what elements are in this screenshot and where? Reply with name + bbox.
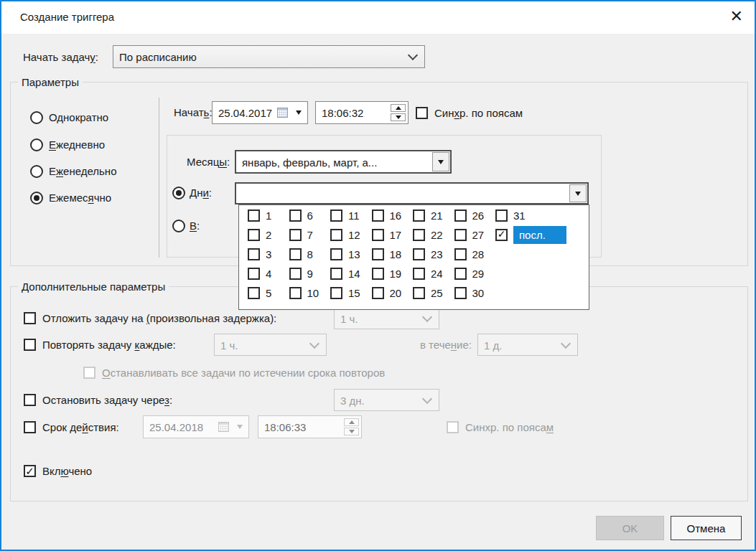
day-label[interactable]: 26: [472, 209, 485, 222]
day-option[interactable]: 4: [248, 268, 289, 280]
day-option[interactable]: 22: [413, 229, 454, 241]
day-label[interactable]: 13: [348, 248, 360, 260]
day-checkbox[interactable]: [289, 209, 302, 222]
day-label[interactable]: 9: [307, 268, 313, 280]
day-option[interactable]: 27: [454, 229, 496, 241]
day-label[interactable]: 18: [390, 248, 402, 260]
day-label[interactable]: 30: [472, 287, 485, 299]
day-option[interactable]: 2: [248, 229, 289, 241]
day-checkbox[interactable]: [454, 287, 467, 299]
day-option[interactable]: 12: [330, 229, 372, 241]
begin-task-select[interactable]: По расписанию: [113, 45, 425, 68]
day-label[interactable]: 24: [431, 268, 443, 280]
day-option[interactable]: 6: [289, 209, 331, 222]
day-label[interactable]: 8: [307, 248, 313, 260]
day-label[interactable]: 31: [513, 209, 526, 222]
day-label[interactable]: 17: [390, 229, 402, 241]
day-label[interactable]: 11: [348, 209, 360, 222]
day-checkbox[interactable]: [330, 209, 342, 222]
day-checkbox[interactable]: [372, 229, 384, 241]
day-option[interactable]: 18: [372, 248, 414, 260]
days-label[interactable]: Дни:: [190, 187, 212, 199]
day-checkbox[interactable]: [454, 209, 467, 222]
delay-label[interactable]: Отложить задачу на (произвольная задержк…: [42, 312, 276, 325]
day-label[interactable]: 21: [431, 209, 443, 222]
day-checkbox[interactable]: [454, 248, 467, 260]
radio-weekly-label[interactable]: Еженедельно: [49, 165, 117, 178]
day-option[interactable]: 11: [330, 209, 372, 222]
day-option[interactable]: 25: [413, 287, 454, 299]
radio-once[interactable]: [30, 111, 43, 124]
day-label[interactable]: 5: [266, 287, 271, 299]
day-checkbox[interactable]: [413, 229, 425, 241]
radio-once-label[interactable]: Однократно: [49, 111, 108, 124]
on-weekday-label[interactable]: В:: [190, 220, 200, 232]
day-label[interactable]: 19: [390, 268, 402, 280]
day-label[interactable]: посл.: [513, 226, 566, 244]
day-option[interactable]: посл.: [495, 229, 566, 241]
day-label[interactable]: 6: [307, 209, 313, 222]
day-checkbox[interactable]: [454, 268, 467, 280]
radio-monthly[interactable]: [30, 192, 43, 204]
spin-up-icon[interactable]: [391, 104, 406, 112]
day-checkbox[interactable]: [289, 268, 302, 280]
day-option[interactable]: 9: [289, 268, 331, 280]
day-option[interactable]: 16: [372, 209, 414, 222]
stop-after-checkbox[interactable]: [24, 394, 36, 406]
day-checkbox[interactable]: [248, 229, 260, 241]
enabled-label[interactable]: Включено: [42, 465, 92, 478]
delay-checkbox[interactable]: [24, 312, 36, 324]
day-option[interactable]: 26: [454, 209, 496, 222]
day-label[interactable]: 28: [472, 248, 485, 260]
day-option[interactable]: 13: [330, 248, 372, 260]
day-option[interactable]: 24: [413, 268, 454, 280]
day-checkbox[interactable]: [372, 248, 384, 260]
day-label[interactable]: 3: [266, 248, 271, 260]
day-checkbox[interactable]: [413, 209, 425, 222]
day-option[interactable]: 14: [330, 268, 372, 280]
day-checkbox[interactable]: [454, 229, 467, 241]
day-option[interactable]: 21: [413, 209, 454, 222]
day-checkbox[interactable]: [248, 209, 260, 222]
radio-days[interactable]: [172, 187, 185, 199]
close-icon[interactable]: ✕: [730, 6, 743, 27]
day-option[interactable]: 17: [372, 229, 414, 241]
day-checkbox[interactable]: [495, 209, 508, 222]
day-checkbox[interactable]: [289, 287, 302, 299]
repeat-label[interactable]: Повторять задачу каждые:: [42, 339, 176, 352]
day-label[interactable]: 25: [431, 287, 443, 299]
spin-down-icon[interactable]: [391, 113, 406, 121]
day-label[interactable]: 22: [431, 229, 443, 241]
radio-monthly-label[interactable]: Ежемесячно: [49, 192, 111, 204]
day-label[interactable]: 12: [348, 229, 360, 241]
day-label[interactable]: 7: [307, 229, 313, 241]
day-checkbox[interactable]: [330, 229, 342, 241]
day-checkbox[interactable]: [372, 209, 384, 222]
day-label[interactable]: 20: [390, 287, 402, 299]
radio-daily-label[interactable]: Ежедневно: [49, 138, 105, 151]
day-label[interactable]: 4: [266, 268, 271, 280]
day-option[interactable]: 3: [248, 248, 289, 260]
day-checkbox[interactable]: [330, 268, 342, 280]
day-checkbox[interactable]: [248, 248, 260, 260]
day-option[interactable]: 1: [248, 209, 289, 222]
enabled-checkbox[interactable]: [24, 465, 36, 477]
start-time-spinner[interactable]: 18:06:32: [315, 101, 409, 124]
start-date-picker[interactable]: 25.04.2017: [212, 101, 308, 124]
day-checkbox[interactable]: [495, 229, 508, 241]
months-dropdown-button[interactable]: [432, 152, 449, 171]
day-label[interactable]: 1: [266, 209, 271, 222]
cancel-button[interactable]: Отмена: [671, 516, 742, 540]
day-checkbox[interactable]: [413, 248, 425, 260]
day-checkbox[interactable]: [289, 229, 302, 241]
day-label[interactable]: 15: [348, 287, 360, 299]
day-option[interactable]: 28: [454, 248, 496, 260]
day-checkbox[interactable]: [372, 287, 384, 299]
day-label[interactable]: 2: [266, 229, 271, 241]
repeat-checkbox[interactable]: [24, 339, 36, 351]
sync-timezone-checkbox[interactable]: [416, 107, 428, 119]
day-checkbox[interactable]: [372, 268, 384, 280]
day-checkbox[interactable]: [413, 287, 425, 299]
day-option[interactable]: 23: [413, 248, 454, 260]
day-label[interactable]: 27: [472, 229, 485, 241]
